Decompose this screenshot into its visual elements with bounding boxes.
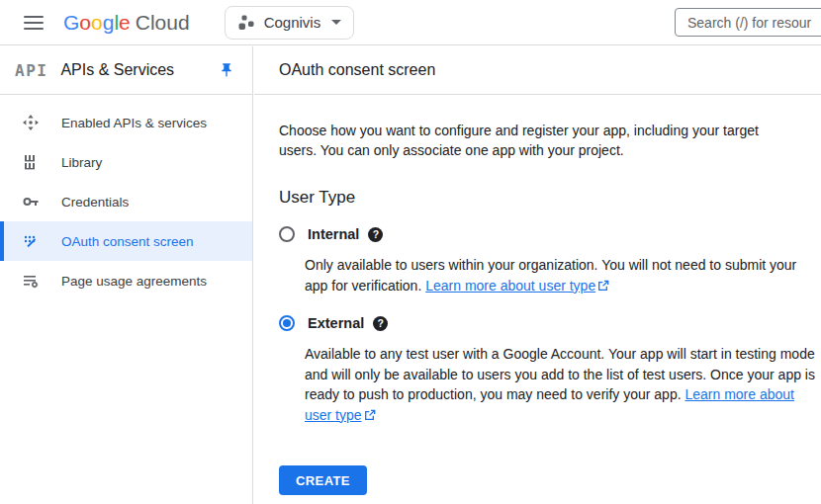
logo-letter: o — [91, 11, 103, 34]
external-description: Available to any test user with a Google… — [305, 344, 819, 426]
internal-description: Only available to users within your orga… — [305, 255, 819, 296]
sidebar-item-label: Enabled APIs & services — [61, 116, 207, 130]
option-label-internal: Internal — [308, 226, 359, 242]
external-link-icon — [597, 277, 609, 297]
consent-screen-icon — [22, 232, 40, 250]
intro-text: Choose how you want to configure and reg… — [279, 121, 798, 160]
sidebar: API APIs & Services Enabled APIs & servi… — [0, 46, 253, 504]
sidebar-item-oauth-consent-screen[interactable]: OAuth consent screen — [0, 221, 252, 261]
sidebar-item-enabled-apis[interactable]: Enabled APIs & services — [0, 103, 252, 142]
help-glyph: ? — [378, 317, 384, 329]
chevron-down-icon — [331, 20, 341, 25]
help-icon[interactable]: ? — [373, 316, 388, 331]
help-glyph: ? — [373, 228, 379, 240]
option-label-external: External — [308, 315, 364, 331]
sidebar-item-page-usage-agreements[interactable]: Page usage agreements — [0, 261, 252, 300]
project-selector-button[interactable]: Cognivis — [225, 6, 355, 40]
user-type-option-external[interactable]: External ? — [279, 315, 821, 331]
external-link-icon — [364, 406, 376, 427]
page-title: OAuth consent screen — [254, 46, 821, 95]
logo-suffix: Cloud — [136, 11, 190, 34]
logo-letter: G — [63, 11, 79, 34]
radio-external[interactable] — [279, 315, 295, 331]
sidebar-item-label: Credentials — [61, 195, 129, 210]
library-icon — [22, 153, 40, 171]
sidebar-item-label: OAuth consent screen — [61, 234, 194, 249]
main-content: Choose how you want to configure and reg… — [254, 95, 821, 495]
sidebar-item-credentials[interactable]: Credentials — [0, 182, 252, 221]
user-type-heading: User Type — [279, 188, 821, 208]
sidebar-nav: Enabled APIs & services Library — [0, 95, 252, 300]
key-icon — [22, 193, 40, 210]
agreements-icon — [22, 272, 40, 290]
help-icon[interactable]: ? — [368, 227, 383, 242]
enabled-apis-icon — [22, 114, 40, 131]
main-panel: OAuth consent screen Choose how you want… — [254, 46, 821, 504]
learn-more-link-internal[interactable]: Learn more about user type — [425, 278, 595, 294]
logo-letter: e — [119, 11, 131, 34]
pin-icon[interactable] — [219, 62, 234, 78]
project-icon — [237, 14, 255, 32]
radio-internal[interactable] — [279, 226, 295, 242]
logo-letter: g — [103, 11, 115, 34]
sidebar-item-label: Library — [61, 155, 102, 170]
search-input[interactable] — [675, 8, 821, 37]
google-cloud-logo[interactable]: GoogleCloud — [63, 11, 190, 35]
create-button[interactable]: CREATE — [279, 465, 367, 495]
project-name: Cognivis — [264, 14, 321, 31]
logo-letter: o — [79, 11, 91, 34]
user-type-option-internal[interactable]: Internal ? — [279, 226, 821, 242]
top-bar: GoogleCloud Cognivis — [0, 0, 821, 45]
sidebar-header: API APIs & Services — [0, 46, 252, 95]
hamburger-menu-icon[interactable] — [24, 16, 44, 30]
api-logo: API — [15, 61, 47, 80]
sidebar-item-library[interactable]: Library — [0, 142, 252, 182]
sidebar-item-label: Page usage agreements — [61, 274, 207, 289]
sidebar-title: APIs & Services — [60, 61, 219, 79]
